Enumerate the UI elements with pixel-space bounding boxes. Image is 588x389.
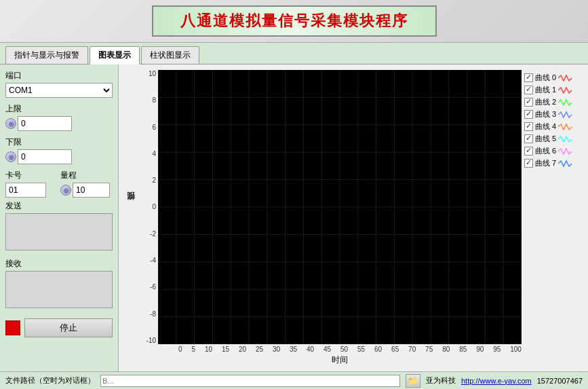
x-axis-tick: 50: [340, 346, 348, 353]
x-axis-tick: 10: [205, 346, 212, 353]
legend-checkbox-1[interactable]: [524, 86, 533, 94]
y-axis-tick: 0: [152, 203, 156, 210]
x-axis-tick: 25: [256, 346, 263, 353]
legend-item: 曲线 0: [524, 73, 580, 83]
card-input[interactable]: [5, 183, 46, 198]
range-spinner-wrapper: ◎: [60, 183, 113, 198]
legend-item: 曲线 2: [524, 97, 580, 107]
upper-limit-label: 上限: [5, 103, 113, 115]
legend-label-1: 曲线 1: [535, 85, 556, 95]
legend-wave-6: [558, 147, 573, 156]
y-axis-tick: 2: [152, 177, 156, 184]
x-axis-tick: 20: [239, 346, 246, 353]
legend-checkbox-6[interactable]: [524, 147, 533, 155]
legend-checkbox-4[interactable]: [524, 122, 533, 131]
card-range-row: 卡号 量程 ◎: [5, 170, 113, 198]
legend-label-4: 曲线 4: [535, 122, 556, 132]
chart-area: 幅度 1086420-2-4-6-8-10 曲线 0曲线 1曲线 2曲线 3曲线…: [119, 64, 588, 371]
x-axis-tick: 0: [178, 346, 182, 353]
legend-checkbox-7[interactable]: [524, 159, 533, 168]
send-textarea[interactable]: [5, 213, 113, 251]
lower-limit-spinner-wrapper: ◎: [5, 149, 113, 164]
stop-button-area: 停止: [5, 318, 113, 337]
port-group: 端口 COM1 COM2 COM3: [5, 70, 113, 98]
legend-item: 曲线 1: [524, 85, 580, 95]
x-axis-tick: 60: [374, 346, 382, 353]
com-row: COM1 COM2 COM3: [5, 83, 113, 98]
legend-label-2: 曲线 2: [535, 97, 556, 107]
status-bar: 文件路径（空时为对话框） 📁 亚为科技 http://www.e-yav.com…: [0, 371, 588, 389]
grid-svg: [158, 70, 522, 344]
x-axis-tick: 90: [476, 346, 484, 353]
chart-with-legend: 幅度 1086420-2-4-6-8-10 曲线 0曲线 1曲线 2曲线 3曲线…: [124, 70, 583, 344]
x-axis-tick: 85: [459, 346, 467, 353]
legend-wave-7: [558, 159, 573, 168]
file-open-icon[interactable]: 📁: [406, 374, 420, 388]
company-label: 亚为科技: [426, 375, 456, 386]
port-label: 端口: [5, 70, 113, 81]
x-axis-tick: 65: [391, 346, 399, 353]
x-axis-tick: 15: [222, 346, 229, 353]
legend-checkbox-2[interactable]: [524, 98, 533, 107]
website-link[interactable]: http://www.e-yav.com: [461, 377, 532, 385]
left-panel: 端口 COM1 COM2 COM3 上限 ◎ 下限 ◎: [0, 64, 119, 371]
range-input[interactable]: [73, 183, 110, 198]
x-axis-tick: 75: [425, 346, 433, 353]
range-spinner-icon[interactable]: ◎: [60, 185, 71, 196]
legend-item: 曲线 3: [524, 109, 580, 119]
y-axis-tick: -10: [146, 337, 156, 344]
legend-checkbox-3[interactable]: [524, 110, 533, 119]
legend-checkbox-5[interactable]: [524, 134, 533, 143]
chart-plot: [158, 70, 522, 344]
legend-label-7: 曲线 7: [535, 158, 556, 168]
send-group: 发送: [5, 200, 113, 253]
tab-chart-display[interactable]: 图表显示: [90, 46, 140, 64]
legend-label-5: 曲线 5: [535, 134, 556, 144]
title-bar: 八通道模拟量信号采集模块程序: [0, 0, 588, 43]
x-axis-tick: 5: [191, 346, 195, 353]
tab-bar-chart-display[interactable]: 柱状图显示: [141, 46, 199, 64]
lower-limit-input[interactable]: [18, 149, 72, 164]
legend-label-6: 曲线 6: [535, 146, 556, 156]
legend-item: 曲线 7: [524, 158, 580, 168]
x-axis-tick: 100: [510, 346, 522, 353]
y-axis-tick: -4: [150, 257, 156, 264]
y-axis-tick: 10: [149, 70, 156, 77]
upper-limit-input[interactable]: [18, 116, 72, 131]
upper-limit-spinner-icon[interactable]: ◎: [5, 118, 16, 129]
com-select[interactable]: COM1 COM2 COM3: [5, 83, 113, 98]
x-axis-tick: 35: [290, 346, 297, 353]
x-axis-tick: 70: [408, 346, 416, 353]
legend-item: 曲线 4: [524, 122, 580, 132]
lower-limit-label: 下限: [5, 136, 113, 148]
y-axis-tick: -8: [150, 310, 156, 318]
file-path-input[interactable]: [100, 375, 400, 387]
x-axis-tick: 55: [357, 346, 365, 353]
legend-label-0: 曲线 0: [535, 73, 556, 83]
upper-limit-group: 上限 ◎: [5, 103, 113, 131]
tab-pointer-display[interactable]: 指针与显示与报警: [5, 46, 88, 64]
x-axis-container: 0510152025303540455055606570758085909510…: [124, 344, 583, 353]
card-label: 卡号: [5, 170, 58, 181]
legend-item: 曲线 5: [524, 134, 580, 144]
range-col: 量程 ◎: [60, 170, 113, 198]
stop-button[interactable]: 停止: [24, 318, 113, 337]
tab-bar: 指针与显示与报警 图表显示 柱状图显示: [0, 43, 588, 64]
recv-textarea[interactable]: [5, 271, 113, 308]
x-axis-tick: 95: [493, 346, 501, 353]
legend-label-3: 曲线 3: [535, 109, 556, 119]
legend-checkbox-0[interactable]: [524, 73, 533, 82]
legend-wave-0: [558, 73, 573, 83]
y-axis-tick: 8: [152, 96, 156, 104]
x-axis-tick: 40: [307, 346, 314, 353]
legend-wave-5: [558, 134, 573, 144]
y-axis-tick: 6: [152, 124, 156, 131]
y-axis-tick: -6: [150, 283, 156, 291]
lower-limit-spinner-icon[interactable]: ◎: [5, 151, 16, 162]
lower-limit-group: 下限 ◎: [5, 136, 113, 164]
y-axis: 1086420-2-4-6-8-10: [138, 70, 158, 344]
upper-limit-spinner-wrapper: ◎: [5, 116, 113, 131]
x-axis-tick: 80: [442, 346, 450, 353]
legend-wave-2: [558, 98, 573, 107]
legend-wave-4: [558, 122, 573, 132]
